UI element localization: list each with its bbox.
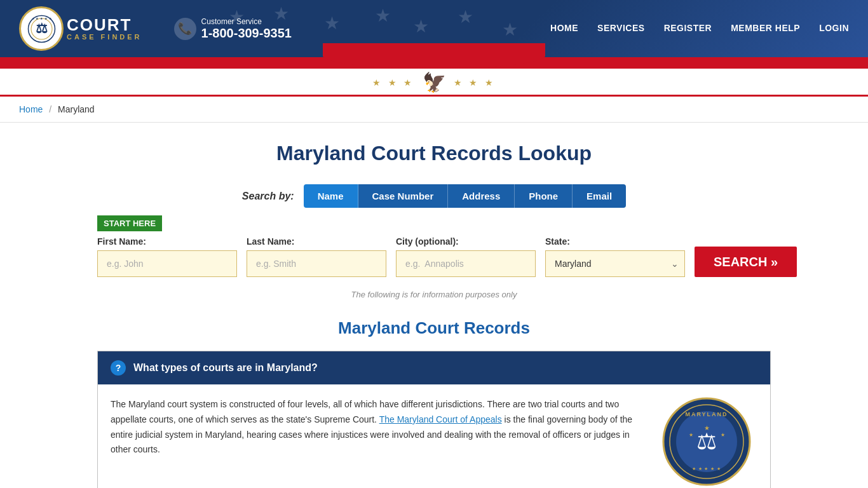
- breadcrumb-separator: /: [49, 104, 51, 114]
- logo-circle: ⚖ ★ ★ ★ ★ ★: [19, 6, 64, 51]
- last-name-input[interactable]: [247, 250, 386, 277]
- phone-text: Customer Service 1-800-309-9351: [201, 17, 292, 41]
- svg-text:MARYLAND: MARYLAND: [685, 411, 728, 417]
- eagle-area: ★ ★ ★ 🦅 ★ ★ ★: [0, 69, 868, 97]
- logo-text: COURT CASE FINDER: [67, 17, 142, 41]
- nav-item-home[interactable]: HOME: [550, 23, 578, 34]
- faq-link-appeals[interactable]: The Maryland Court of Appeals: [379, 414, 502, 424]
- last-name-group: Last Name:: [247, 236, 386, 277]
- breadcrumb: Home / Maryland: [0, 97, 868, 123]
- eagle-left-stars: ★ ★ ★: [372, 78, 415, 88]
- faq-item-1: ? What types of courts are in Maryland? …: [97, 351, 771, 488]
- nav-item-member-help[interactable]: MEMBER HELP: [731, 23, 800, 34]
- svg-text:★: ★: [689, 432, 693, 438]
- faq-header-text-1: What types of courts are in Maryland?: [133, 362, 318, 374]
- logo-case-finder-word: CASE FINDER: [67, 33, 142, 41]
- section-title: Maryland Court Records: [97, 318, 771, 338]
- faq-body-image: MARYLAND ★ ★ ★ ★ ★ ⚖ ★ ★ ★: [656, 397, 757, 486]
- search-by-row: Search by: Name Case Number Address Phon…: [97, 184, 771, 208]
- faq-header-1[interactable]: ? What types of courts are in Maryland?: [98, 351, 770, 384]
- first-name-input[interactable]: [97, 250, 237, 277]
- start-here-badge: START HERE: [97, 215, 162, 231]
- breadcrumb-current: Maryland: [58, 104, 95, 114]
- logo-svg: ⚖ ★ ★ ★ ★ ★: [27, 15, 56, 43]
- city-input[interactable]: [396, 250, 536, 277]
- logo-court-word: COURT: [67, 17, 142, 33]
- customer-service-label: Customer Service: [201, 17, 292, 26]
- search-by-label: Search by:: [242, 191, 294, 202]
- svg-text:★: ★: [704, 424, 710, 431]
- faq-body-1: The Maryland court system is constructed…: [98, 384, 770, 488]
- svg-text:★ ★ ★ ★ ★: ★ ★ ★ ★ ★: [692, 466, 722, 471]
- tab-name[interactable]: Name: [304, 184, 358, 208]
- maryland-seal-svg: MARYLAND ★ ★ ★ ★ ★ ⚖ ★ ★ ★: [662, 397, 751, 486]
- search-button[interactable]: SEARCH »: [695, 247, 797, 277]
- nav-item-register[interactable]: REGISTER: [664, 23, 712, 34]
- phone-number: 1-800-309-9351: [201, 26, 292, 40]
- tab-email[interactable]: Email: [573, 184, 626, 208]
- phone-icon: 📞: [174, 18, 196, 40]
- svg-text:⚖: ⚖: [696, 428, 717, 454]
- city-group: City (optional):: [396, 236, 536, 277]
- main-nav: HOMESERVICESREGISTERMEMBER HELPLOGIN: [550, 23, 849, 34]
- state-label: State:: [545, 236, 685, 247]
- state-select[interactable]: Maryland Alabama Alaska Arizona Arkansas…: [545, 250, 685, 277]
- first-name-group: First Name:: [97, 236, 237, 277]
- svg-text:★ ★ ★ ★ ★: ★ ★ ★ ★ ★: [31, 17, 51, 20]
- main-content: Maryland Court Records Lookup Search by:…: [85, 123, 783, 488]
- tab-phone[interactable]: Phone: [515, 184, 573, 208]
- faq-question-icon: ?: [111, 360, 126, 376]
- eagle-right-stars: ★ ★ ★: [454, 78, 496, 88]
- city-label: City (optional):: [396, 236, 536, 247]
- search-form: First Name: Last Name: City (optional): …: [97, 236, 771, 277]
- logo-area[interactable]: ⚖ ★ ★ ★ ★ ★ COURT CASE FINDER: [19, 6, 142, 51]
- search-form-area: START HERE First Name: Last Name: City (…: [97, 215, 771, 277]
- phone-area: 📞 Customer Service 1-800-309-9351: [174, 17, 292, 41]
- faq-body-text-1: The Maryland court system is constructed…: [111, 397, 643, 486]
- last-name-label: Last Name:: [247, 236, 386, 247]
- nav-item-login[interactable]: LOGIN: [819, 23, 849, 34]
- first-name-label: First Name:: [97, 236, 237, 247]
- state-wrapper: Maryland Alabama Alaska Arizona Arkansas…: [545, 250, 685, 277]
- disclaimer-text: The following is for information purpose…: [97, 290, 771, 299]
- svg-text:★: ★: [721, 432, 725, 438]
- breadcrumb-home[interactable]: Home: [19, 104, 43, 114]
- state-group: State: Maryland Alabama Alaska Arizona A…: [545, 236, 685, 277]
- nav-item-services[interactable]: SERVICES: [597, 23, 645, 34]
- page-title: Maryland Court Records Lookup: [97, 142, 771, 165]
- tab-address[interactable]: Address: [448, 184, 515, 208]
- tab-case-number[interactable]: Case Number: [358, 184, 449, 208]
- eagle-icon: 🦅: [423, 71, 446, 93]
- svg-text:⚖: ⚖: [36, 20, 48, 35]
- red-top-bar: [0, 57, 868, 69]
